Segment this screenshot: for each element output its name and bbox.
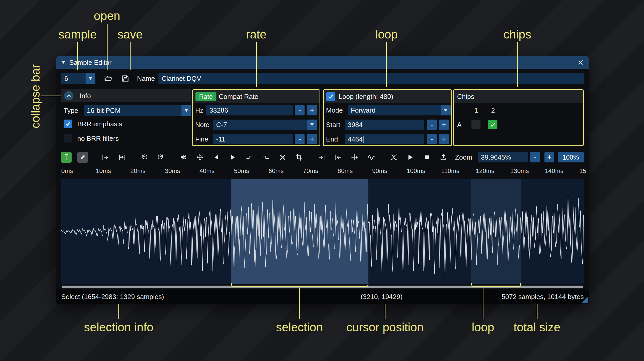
loop-start-input[interactable]: 3984 (345, 120, 424, 130)
annotation-loop: loop (375, 27, 398, 41)
stop-preview-icon (423, 154, 430, 161)
trim-button[interactable] (294, 152, 305, 163)
zoom-reset-button[interactable]: 100% (558, 152, 584, 162)
sample-name-value: Clarinet DQV (162, 75, 201, 83)
hz-plus-button[interactable]: + (307, 105, 317, 115)
waveform-scrollbar[interactable] (61, 285, 584, 289)
zoom-in-button[interactable]: + (544, 152, 554, 162)
loop-end-plus-button[interactable]: + (439, 134, 449, 144)
stop-preview-button[interactable] (421, 152, 432, 163)
annotation-open: open (94, 9, 120, 23)
timeline-label: 110ms (441, 167, 459, 175)
sample-type-select[interactable]: 16-bit PCM (84, 105, 191, 116)
fine-plus-button[interactable]: + (307, 134, 317, 144)
timeline-label: 130ms (510, 167, 529, 175)
check-icon (490, 122, 496, 128)
fine-minus-button[interactable]: - (295, 134, 305, 144)
zoom-value-input[interactable]: 39.9645% (478, 152, 528, 162)
open-sample-button[interactable] (103, 73, 113, 84)
loop-end-minus-button[interactable]: - (427, 134, 437, 144)
note-dropdown-button[interactable] (307, 120, 317, 130)
loop-end-input[interactable]: 4464 (345, 134, 424, 144)
window-collapse-icon[interactable] (62, 61, 65, 64)
normalize-button[interactable] (194, 152, 205, 163)
resize-button[interactable] (100, 152, 111, 163)
reverse-icon (213, 154, 220, 161)
close-button[interactable]: × (578, 58, 584, 67)
loop-section: Loop (length: 480) Mode Forward Start 39… (323, 89, 452, 146)
reverse-button[interactable] (211, 152, 222, 163)
adjust-button[interactable] (349, 152, 360, 163)
crossfade-button[interactable] (388, 152, 399, 163)
create-instrument-button[interactable] (438, 152, 449, 163)
waveform-view[interactable] (61, 179, 584, 284)
fade-in-button[interactable] (244, 152, 255, 163)
hz-minus-button[interactable]: - (295, 105, 305, 115)
rate-section: Rate Compat Rate Hz 33286 - + Note C-7 F… (192, 89, 320, 146)
brr-emphasis-checkbox[interactable] (64, 120, 72, 128)
sample-selector[interactable]: 6 (61, 73, 95, 84)
select-mode-button[interactable] (61, 152, 72, 163)
titlebar[interactable]: Sample Editor × (56, 56, 589, 69)
collapse-bar-button[interactable] (64, 91, 73, 100)
chip-2-checkbox[interactable] (488, 120, 497, 129)
window-title: Sample Editor (69, 59, 111, 67)
hz-label: Hz (195, 104, 203, 116)
dropdown-arrow-icon (185, 109, 188, 112)
resample-button[interactable] (116, 152, 127, 163)
info-section: Info Type 16-bit PCM BRR emphasis no BRR… (61, 89, 191, 146)
loop-mode-dropdown-button[interactable] (441, 105, 451, 115)
chip-column-1: 1 (471, 104, 481, 116)
annotation-line-cursor-position (385, 304, 385, 319)
loop-enable-checkbox[interactable] (326, 92, 335, 101)
fine-input[interactable]: -11 (213, 134, 293, 144)
open-folder-icon (104, 74, 112, 83)
resample-icon (118, 154, 125, 161)
select-mode-icon (63, 154, 70, 161)
timeline-label: 20ms (130, 167, 146, 175)
no-brr-filters-checkbox[interactable] (64, 134, 72, 143)
loop-start-value: 3984 (348, 121, 363, 129)
draw-mode-icon (79, 154, 86, 161)
statusbar: Select (1654-2983: 1329 samples) (3210, … (56, 289, 589, 304)
filter-button[interactable] (366, 152, 377, 163)
loop-mode-select[interactable]: Forward (348, 105, 451, 115)
rate-badge-button[interactable]: Rate (195, 92, 216, 101)
save-floppy-icon (121, 74, 130, 83)
total-size-text: 5072 samples, 10144 bytes (502, 289, 584, 304)
amplify-button[interactable] (178, 152, 189, 163)
draw-mode-button[interactable] (77, 152, 88, 163)
hz-input[interactable]: 33286 (206, 105, 293, 115)
loop-start-minus-button[interactable]: - (427, 120, 437, 130)
scrollbar-handle[interactable] (62, 286, 583, 288)
chips-section: Chips 1 2 A (453, 89, 584, 146)
insert-silence-button[interactable] (316, 152, 327, 163)
note-select[interactable]: C-7 (213, 120, 317, 130)
annotation-loop-bottom: loop (472, 320, 494, 334)
brr-emphasis-label: BRR emphasis (77, 118, 122, 130)
redo-button[interactable] (155, 152, 166, 163)
annotation-sample: sample (58, 27, 97, 41)
invert-icon (229, 154, 237, 161)
apply-silence-button[interactable] (277, 152, 288, 163)
sample-editor-window: Sample Editor × 6 Name Clarinet DQV (56, 56, 589, 304)
window-resize-grip[interactable] (581, 296, 588, 303)
loop-start-plus-button[interactable]: + (439, 120, 449, 130)
timeline-ruler[interactable]: 0ms10ms20ms30ms40ms50ms60ms70ms80ms90ms1… (61, 166, 586, 178)
sample-name-input[interactable]: Clarinet DQV (158, 73, 584, 84)
resize-selection-button[interactable] (333, 152, 344, 163)
sample-selector-dropdown-button[interactable] (86, 73, 95, 84)
resize-selection-icon (335, 154, 342, 161)
check-icon (328, 93, 334, 100)
preview-sample-button[interactable] (405, 152, 416, 163)
timeline-label: 30ms (165, 167, 180, 175)
fade-out-button[interactable] (261, 152, 271, 163)
save-sample-button[interactable] (120, 73, 131, 84)
undo-button[interactable] (139, 152, 150, 163)
sample-type-dropdown-button[interactable] (181, 105, 191, 116)
zoom-out-button[interactable]: - (530, 152, 540, 162)
annotation-rate: rate (246, 27, 266, 41)
chip-1-checkbox[interactable] (471, 120, 481, 129)
fine-value: -11 (216, 135, 225, 143)
invert-button[interactable] (228, 152, 238, 163)
